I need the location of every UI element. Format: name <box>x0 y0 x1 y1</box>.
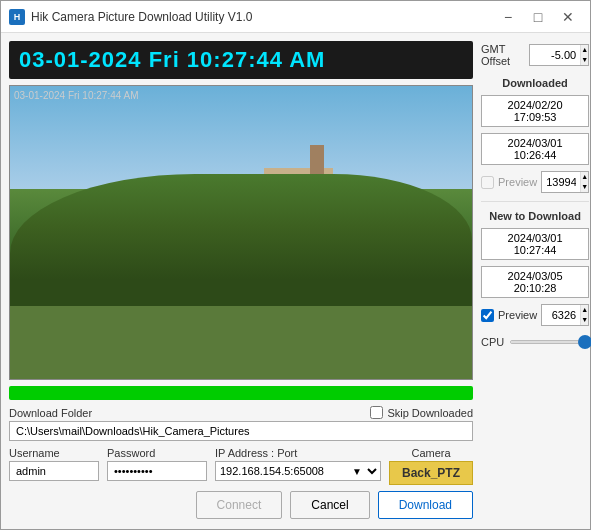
ip-input[interactable] <box>216 462 346 480</box>
ip-dropdown[interactable]: ▼ <box>346 465 380 478</box>
gmt-input[interactable] <box>530 47 580 63</box>
password-group: Password <box>107 447 207 481</box>
preview-enabled-row: Preview ▲ ▼ <box>481 304 589 326</box>
count-enabled-input[interactable] <box>542 307 580 323</box>
cpu-slider-fill <box>511 341 576 343</box>
password-input[interactable] <box>107 461 207 481</box>
camera-label: Camera <box>389 447 473 459</box>
preview-enabled-label: Preview <box>498 309 537 321</box>
trees-layer <box>10 174 472 306</box>
password-label: Password <box>107 447 207 459</box>
right-panel: GMT Offset ▲ ▼ Downloaded 2024/02/20 17:… <box>481 41 589 521</box>
username-input[interactable] <box>9 461 99 481</box>
count-disabled-spin-down[interactable]: ▼ <box>581 182 588 192</box>
cancel-button[interactable]: Cancel <box>290 491 369 519</box>
downloaded-section-label: Downloaded <box>481 77 589 89</box>
left-panel: 03-01-2024 Fri 10:27:44 AM 03-01-2024 Fr… <box>9 41 473 521</box>
count-enabled-group: ▲ ▼ <box>541 304 589 326</box>
count-disabled-spin-up[interactable]: ▲ <box>581 172 588 182</box>
username-group: Username <box>9 447 99 481</box>
cpu-slider-track <box>510 340 589 344</box>
camera-image <box>10 86 472 379</box>
preview-disabled-row: Preview ▲ ▼ <box>481 171 589 193</box>
maximize-button[interactable]: □ <box>524 7 552 27</box>
main-window: H Hik Camera Picture Download Utility V1… <box>0 0 591 530</box>
ip-input-wrapper: ▼ <box>215 461 381 481</box>
connect-button[interactable]: Connect <box>196 491 283 519</box>
cpu-row: CPU <box>481 336 589 348</box>
close-button[interactable]: ✕ <box>554 7 582 27</box>
minimize-button[interactable]: − <box>494 7 522 27</box>
window-title: Hik Camera Picture Download Utility V1.0 <box>31 10 494 24</box>
buttons-row: Connect Cancel Download <box>9 491 473 521</box>
credentials-row: Username Password IP Address : Port ▼ <box>9 447 473 485</box>
section-divider <box>481 201 589 202</box>
gmt-row: GMT Offset ▲ ▼ <box>481 43 589 67</box>
count-enabled-spin-up[interactable]: ▲ <box>581 305 588 315</box>
preview-enabled-checkbox[interactable] <box>481 309 494 322</box>
skip-downloaded-checkbox[interactable] <box>370 406 383 419</box>
ground-layer <box>10 306 472 379</box>
gmt-spinner: ▲ ▼ <box>580 45 588 65</box>
camera-view: 03-01-2024 Fri 10:27:44 AM <box>9 85 473 380</box>
download-folder-label: Download Folder <box>9 407 92 419</box>
app-icon-label: H <box>14 12 21 22</box>
count-enabled-spinner: ▲ ▼ <box>580 305 588 325</box>
main-content: 03-01-2024 Fri 10:27:44 AM 03-01-2024 Fr… <box>1 33 590 529</box>
count-disabled-input[interactable] <box>542 174 580 190</box>
count-disabled-spinner: ▲ ▼ <box>580 172 588 192</box>
folder-path-input[interactable] <box>9 421 473 441</box>
preview-disabled-label: Preview <box>498 176 537 188</box>
skip-downloaded-label: Skip Downloaded <box>387 407 473 419</box>
gmt-input-group: ▲ ▼ <box>529 44 589 66</box>
download-button[interactable]: Download <box>378 491 473 519</box>
gmt-spin-up[interactable]: ▲ <box>581 45 588 55</box>
count-enabled-spin-down[interactable]: ▼ <box>581 315 588 325</box>
cpu-slider-thumb[interactable] <box>578 335 591 349</box>
cpu-label: CPU <box>481 336 504 348</box>
datetime-display: 03-01-2024 Fri 10:27:44 AM <box>9 41 473 79</box>
preview-disabled-checkbox[interactable] <box>481 176 494 189</box>
window-controls: − □ ✕ <box>494 7 582 27</box>
folder-area: Download Folder Skip Downloaded <box>9 406 473 441</box>
gmt-spin-down[interactable]: ▼ <box>581 55 588 65</box>
downloaded-date1-button[interactable]: 2024/02/20 17:09:53 <box>481 95 589 127</box>
ip-label: IP Address : Port <box>215 447 381 459</box>
titlebar: H Hik Camera Picture Download Utility V1… <box>1 1 590 33</box>
downloaded-date2-button[interactable]: 2024/03/01 10:26:44 <box>481 133 589 165</box>
new-date1-button[interactable]: 2024/03/01 10:27:44 <box>481 228 589 260</box>
camera-name-button[interactable]: Back_PTZ <box>389 461 473 485</box>
ip-group: IP Address : Port ▼ <box>215 447 381 481</box>
skip-downloaded-row: Skip Downloaded <box>370 406 473 419</box>
camera-group: Camera Back_PTZ <box>389 447 473 485</box>
camera-timestamp-overlay: 03-01-2024 Fri 10:27:44 AM <box>14 90 139 101</box>
app-icon: H <box>9 9 25 25</box>
folder-label-row: Download Folder Skip Downloaded <box>9 406 473 419</box>
new-to-download-label: New to Download <box>481 210 589 222</box>
username-label: Username <box>9 447 99 459</box>
progress-bar <box>9 386 473 400</box>
gmt-label: GMT Offset <box>481 43 523 67</box>
count-disabled-group: ▲ ▼ <box>541 171 589 193</box>
chimney-layer <box>310 145 324 174</box>
new-date2-button[interactable]: 2024/03/05 20:10:28 <box>481 266 589 298</box>
